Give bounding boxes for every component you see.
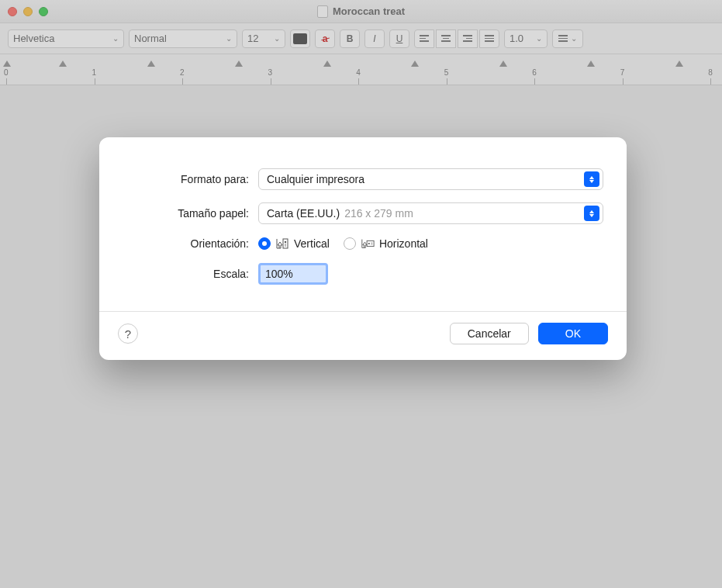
- scale-label: Escala:: [123, 268, 258, 280]
- orientation-landscape-radio[interactable]: Horizontal: [344, 237, 428, 251]
- orientation-portrait-radio[interactable]: Vertical: [258, 237, 330, 251]
- ok-button[interactable]: OK: [538, 323, 608, 344]
- popup-stepper-icon: [584, 171, 599, 187]
- portrait-icon: [275, 237, 289, 251]
- cancel-label: Cancelar: [468, 327, 511, 340]
- app-window: Moroccan treat Helvetica ⌄ Normal ⌄ 12 ⌄…: [0, 0, 722, 588]
- landscape-icon: [361, 237, 375, 251]
- page-setup-dialog: Formato para: Cualquier impresora Tamaño…: [99, 137, 627, 360]
- help-icon: ?: [125, 327, 131, 341]
- help-button[interactable]: ?: [118, 323, 138, 344]
- orientation-landscape-label: Horizontal: [379, 237, 428, 250]
- radio-icon: [344, 237, 356, 250]
- cancel-button[interactable]: Cancelar: [450, 323, 529, 344]
- radio-icon: [258, 237, 271, 250]
- paper-size-label: Tamaño papel:: [123, 207, 258, 220]
- paper-size-dims: 216 x 279 mm: [344, 207, 413, 220]
- svg-point-3: [368, 243, 370, 244]
- svg-rect-0: [283, 239, 288, 248]
- paper-size-popup[interactable]: Carta (EE.UU.) 216 x 279 mm: [258, 202, 603, 224]
- paper-size-value: Carta (EE.UU.): [267, 207, 340, 220]
- format-for-label: Formato para:: [123, 173, 258, 185]
- format-for-value: Cualquier impresora: [267, 173, 364, 185]
- svg-rect-2: [367, 240, 374, 246]
- orientation-label: Orientación:: [123, 237, 258, 250]
- orientation-portrait-label: Vertical: [294, 237, 330, 250]
- scale-input[interactable]: [258, 263, 328, 285]
- ok-label: OK: [565, 327, 581, 340]
- svg-point-1: [285, 241, 286, 243]
- format-for-popup[interactable]: Cualquier impresora: [258, 168, 603, 190]
- popup-stepper-icon: [584, 206, 599, 221]
